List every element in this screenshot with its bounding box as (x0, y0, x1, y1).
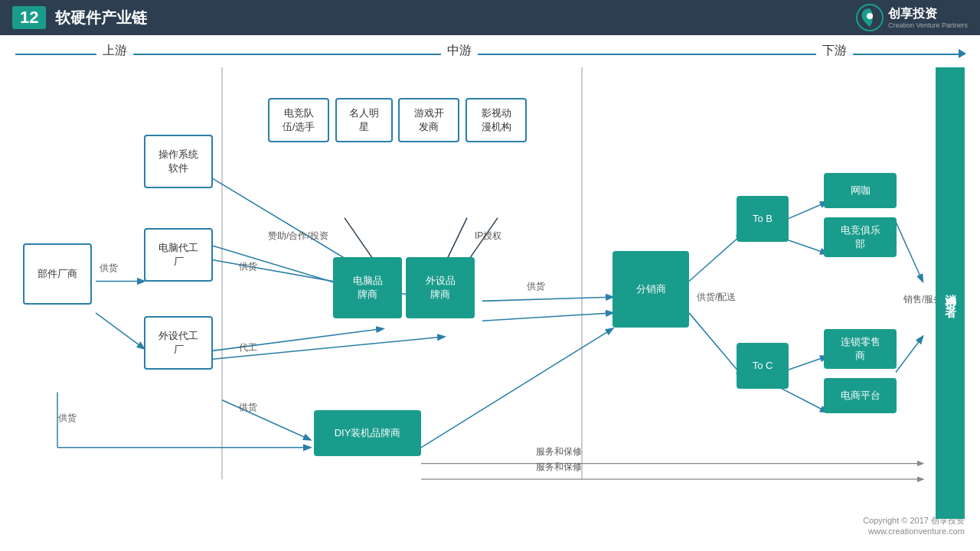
svg-line-15 (482, 313, 612, 321)
os-software-box: 操作系统 软件 (144, 135, 213, 188)
main-content: 上游 中游 下游 (0, 35, 980, 540)
contract-mfg-label: 代工 (239, 341, 257, 354)
website: www.creationventure.com (863, 527, 965, 536)
pc-brand-label: 电脑品 牌商 (353, 274, 383, 302)
diy-brand-label: DIY装机品牌商 (335, 426, 401, 440)
svg-line-27 (896, 337, 923, 373)
to-c-label: To C (753, 359, 773, 373)
chain-retail-box: 连锁零售 商 (824, 329, 897, 369)
ip-license-label: IP授权 (475, 230, 501, 243)
pc-brand-box: 电脑品 牌商 (333, 257, 402, 318)
distributor-label: 分销商 (636, 282, 666, 296)
peripheral-factory-box: 外设代工 厂 (144, 316, 213, 370)
esports-team-box: 电竞队 伍/选手 (268, 98, 329, 142)
consumer-bar: 消费 者 (936, 67, 965, 519)
celebrity-box: 名人明 星 (335, 98, 393, 142)
pc-factory-label: 电脑代工 厂 (158, 241, 198, 269)
to-b-box: To B (737, 196, 789, 242)
svg-line-26 (896, 222, 923, 282)
to-c-box: To C (737, 343, 789, 389)
service-repair1-label: 服务和保修 (536, 445, 582, 458)
peripheral-factory-label: 外设代工 厂 (158, 329, 198, 357)
svg-line-18 (222, 400, 310, 440)
svg-line-20 (689, 233, 743, 281)
svg-line-25 (781, 388, 827, 412)
supply3-label: 供货 (239, 401, 257, 414)
pc-factory-box: 电脑代工 厂 (144, 228, 213, 282)
logo-text-block: 创享投资 Creation Venture Partners (888, 6, 968, 28)
distributor-box: 分销商 (612, 251, 689, 328)
parts-maker-box: 部件厂商 (23, 243, 92, 305)
to-b-label: To B (753, 212, 773, 226)
netcafe-label: 网咖 (851, 184, 871, 197)
anime-studio-label: 影视动 漫机构 (482, 106, 511, 134)
service-repair2-label: 服务和保修 (536, 461, 582, 474)
svg-line-21 (689, 313, 743, 377)
peripheral-brand-box: 外设品 牌商 (406, 257, 475, 318)
supply2-label: 供货 (239, 260, 257, 273)
supply1-label: 供货 (100, 262, 118, 275)
game-dev-box: 游戏开 发商 (398, 98, 459, 142)
parts-maker-label: 部件厂商 (38, 267, 77, 281)
consumer-label: 消费 者 (943, 285, 958, 301)
page-title: 软硬件产业链 (55, 8, 147, 28)
midstream-label: 中游 (441, 44, 478, 57)
downstream-label: 下游 (816, 44, 853, 57)
esports-team-label: 电竞队 伍/选手 (283, 106, 315, 134)
section-labels: 上游 中游 下游 (15, 43, 965, 59)
ecommerce-box: 电商平台 (824, 378, 897, 413)
sponsor-label: 赞助/合作/投资 (268, 230, 328, 243)
logo-name: 创享投资 (888, 6, 968, 21)
svg-point-1 (867, 13, 873, 19)
ecommerce-label: 电商平台 (841, 389, 880, 403)
logo-icon (856, 4, 884, 31)
upstream-label: 上游 (96, 44, 133, 57)
peripheral-brand-label: 外设品 牌商 (426, 274, 456, 302)
game-dev-label: 游戏开 发商 (414, 106, 444, 134)
esports-club-label: 电竞俱乐 部 (841, 223, 880, 251)
chain-retail-label: 连锁零售 商 (841, 335, 880, 363)
header-left: 12 软硬件产业链 (12, 6, 147, 29)
svg-line-5 (96, 313, 144, 349)
supply-deliver-label: 供货/配送 (697, 291, 736, 304)
svg-line-8 (199, 329, 383, 353)
svg-line-19 (421, 329, 612, 448)
netcafe-box: 网咖 (824, 173, 897, 208)
diy-brand-box: DIY装机品牌商 (314, 410, 421, 456)
anime-studio-box: 影视动 漫机构 (466, 98, 527, 142)
page-number: 12 (12, 6, 46, 29)
svg-line-9 (199, 337, 444, 360)
celebrity-label: 名人明 星 (349, 106, 379, 134)
logo: 创享投资 Creation Venture Partners (856, 4, 968, 31)
supply5-label: 供货 (527, 280, 545, 293)
svg-line-14 (482, 297, 612, 301)
diagram: 部件厂商 操作系统 软件 电脑代工 厂 外设代工 厂 电竞队 伍/选手 名人明 … (15, 67, 965, 519)
supply4-label: 供货 (58, 412, 77, 425)
esports-club-box: 电竞俱乐 部 (824, 217, 897, 257)
os-software-label: 操作系统 软件 (158, 148, 198, 175)
header: 12 软硬件产业链 创享投资 Creation Venture Partners (0, 0, 980, 35)
logo-subtitle: Creation Venture Partners (888, 21, 968, 29)
